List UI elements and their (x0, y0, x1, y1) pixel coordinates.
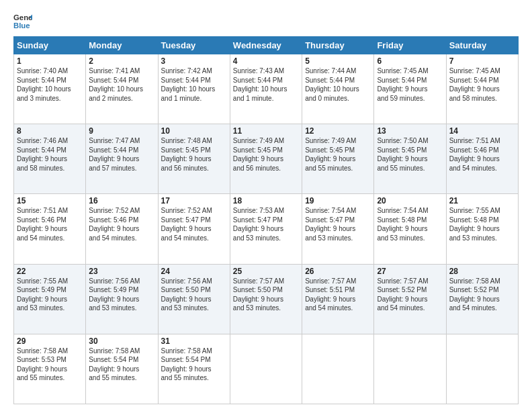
calendar-day-cell: 17Sunrise: 7:52 AMSunset: 5:47 PMDayligh… (158, 194, 230, 264)
day-info: Sunrise: 7:55 AMSunset: 5:49 PMDaylight:… (17, 277, 68, 312)
calendar-day-cell: 29Sunrise: 7:58 AMSunset: 5:53 PMDayligh… (14, 334, 86, 404)
day-info: Sunrise: 7:49 AMSunset: 5:45 PMDaylight:… (305, 137, 356, 172)
day-number: 12 (305, 126, 371, 136)
day-number: 30 (89, 336, 154, 346)
logo: General Blue (13, 12, 32, 31)
calendar-day-cell: 26Sunrise: 7:57 AMSunset: 5:51 PMDayligh… (302, 264, 374, 334)
day-number: 21 (449, 196, 515, 205)
calendar-body: 1Sunrise: 7:40 AMSunset: 5:44 PMDaylight… (14, 54, 519, 404)
weekday-header-cell: Saturday (446, 37, 518, 54)
day-info: Sunrise: 7:44 AMSunset: 5:44 PMDaylight:… (305, 67, 359, 102)
day-info: Sunrise: 7:55 AMSunset: 5:48 PMDaylight:… (449, 207, 500, 242)
day-number: 20 (377, 196, 443, 205)
calendar-day-cell: 25Sunrise: 7:57 AMSunset: 5:50 PMDayligh… (230, 264, 302, 334)
calendar-day-cell: 18Sunrise: 7:53 AMSunset: 5:47 PMDayligh… (230, 194, 302, 264)
day-number: 8 (17, 126, 83, 136)
calendar-week-row: 8Sunrise: 7:46 AMSunset: 5:44 PMDaylight… (14, 124, 519, 194)
calendar-day-cell: 13Sunrise: 7:50 AMSunset: 5:45 PMDayligh… (374, 124, 446, 194)
day-info: Sunrise: 7:53 AMSunset: 5:47 PMDaylight:… (233, 207, 284, 242)
day-info: Sunrise: 7:43 AMSunset: 5:44 PMDaylight:… (233, 67, 287, 102)
day-number: 11 (233, 126, 299, 136)
day-info: Sunrise: 7:41 AMSunset: 5:44 PMDaylight:… (89, 67, 143, 102)
calendar-week-row: 22Sunrise: 7:55 AMSunset: 5:49 PMDayligh… (14, 264, 519, 334)
weekday-header-cell: Sunday (14, 37, 86, 54)
calendar-day-cell: 16Sunrise: 7:52 AMSunset: 5:46 PMDayligh… (86, 194, 158, 264)
day-number: 24 (161, 267, 227, 276)
day-number: 19 (305, 196, 371, 205)
calendar-day-cell: 9Sunrise: 7:47 AMSunset: 5:44 PMDaylight… (86, 124, 158, 194)
calendar-day-cell (302, 334, 374, 404)
day-number: 1 (17, 56, 83, 66)
day-number: 18 (233, 196, 299, 205)
day-info: Sunrise: 7:58 AMSunset: 5:53 PMDaylight:… (17, 347, 68, 382)
day-info: Sunrise: 7:48 AMSunset: 5:45 PMDaylight:… (161, 137, 212, 172)
day-number: 29 (17, 336, 83, 346)
calendar-day-cell: 28Sunrise: 7:58 AMSunset: 5:52 PMDayligh… (446, 264, 518, 334)
calendar-day-cell: 30Sunrise: 7:58 AMSunset: 5:54 PMDayligh… (86, 334, 158, 404)
day-number: 17 (161, 196, 227, 205)
calendar-day-cell: 12Sunrise: 7:49 AMSunset: 5:45 PMDayligh… (302, 124, 374, 194)
calendar-day-cell: 11Sunrise: 7:49 AMSunset: 5:45 PMDayligh… (230, 124, 302, 194)
day-info: Sunrise: 7:45 AMSunset: 5:44 PMDaylight:… (449, 67, 500, 102)
svg-text:Blue: Blue (13, 21, 30, 30)
page: General Blue SundayMondayTuesdayWednesda… (0, 0, 532, 411)
weekday-header-cell: Thursday (302, 37, 374, 54)
day-number: 28 (449, 267, 515, 276)
day-info: Sunrise: 7:51 AMSunset: 5:46 PMDaylight:… (449, 137, 500, 172)
calendar-day-cell: 4Sunrise: 7:43 AMSunset: 5:44 PMDaylight… (230, 54, 302, 124)
day-info: Sunrise: 7:54 AMSunset: 5:47 PMDaylight:… (305, 207, 356, 242)
day-info: Sunrise: 7:58 AMSunset: 5:52 PMDaylight:… (449, 277, 500, 312)
weekday-header-cell: Wednesday (230, 37, 302, 54)
day-number: 23 (89, 267, 154, 276)
day-info: Sunrise: 7:56 AMSunset: 5:50 PMDaylight:… (161, 277, 212, 312)
day-number: 13 (377, 126, 443, 136)
day-number: 27 (377, 267, 443, 276)
calendar-day-cell: 1Sunrise: 7:40 AMSunset: 5:44 PMDaylight… (14, 54, 86, 124)
day-number: 26 (305, 267, 371, 276)
weekday-header-cell: Monday (86, 37, 158, 54)
day-info: Sunrise: 7:56 AMSunset: 5:49 PMDaylight:… (89, 277, 140, 312)
calendar-day-cell: 24Sunrise: 7:56 AMSunset: 5:50 PMDayligh… (158, 264, 230, 334)
weekday-header-cell: Tuesday (158, 37, 230, 54)
day-info: Sunrise: 7:52 AMSunset: 5:46 PMDaylight:… (89, 207, 140, 242)
day-info: Sunrise: 7:49 AMSunset: 5:45 PMDaylight:… (233, 137, 284, 172)
day-number: 6 (377, 56, 443, 66)
day-info: Sunrise: 7:42 AMSunset: 5:44 PMDaylight:… (161, 67, 216, 102)
calendar-day-cell: 20Sunrise: 7:54 AMSunset: 5:48 PMDayligh… (374, 194, 446, 264)
day-number: 5 (305, 56, 371, 66)
day-info: Sunrise: 7:46 AMSunset: 5:44 PMDaylight:… (17, 137, 68, 172)
day-number: 14 (449, 126, 515, 136)
day-number: 31 (161, 336, 227, 346)
day-info: Sunrise: 7:58 AMSunset: 5:54 PMDaylight:… (89, 347, 140, 382)
day-info: Sunrise: 7:40 AMSunset: 5:44 PMDaylight:… (17, 67, 71, 102)
day-number: 4 (233, 56, 299, 66)
day-info: Sunrise: 7:54 AMSunset: 5:48 PMDaylight:… (377, 207, 428, 242)
day-info: Sunrise: 7:57 AMSunset: 5:52 PMDaylight:… (377, 277, 428, 312)
day-number: 16 (89, 196, 154, 205)
day-info: Sunrise: 7:51 AMSunset: 5:46 PMDaylight:… (17, 207, 68, 242)
header: General Blue (13, 12, 519, 31)
calendar-week-row: 29Sunrise: 7:58 AMSunset: 5:53 PMDayligh… (14, 334, 519, 404)
calendar-day-cell: 10Sunrise: 7:48 AMSunset: 5:45 PMDayligh… (158, 124, 230, 194)
svg-text:General: General (13, 13, 32, 21)
calendar-day-cell (374, 334, 446, 404)
day-info: Sunrise: 7:50 AMSunset: 5:45 PMDaylight:… (377, 137, 428, 172)
day-info: Sunrise: 7:57 AMSunset: 5:50 PMDaylight:… (233, 277, 284, 312)
day-number: 3 (161, 56, 227, 66)
day-number: 7 (449, 56, 515, 66)
weekday-header-row: SundayMondayTuesdayWednesdayThursdayFrid… (14, 37, 519, 54)
calendar-day-cell (230, 334, 302, 404)
calendar-week-row: 1Sunrise: 7:40 AMSunset: 5:44 PMDaylight… (14, 54, 519, 124)
calendar-day-cell: 14Sunrise: 7:51 AMSunset: 5:46 PMDayligh… (446, 124, 518, 194)
calendar-day-cell: 8Sunrise: 7:46 AMSunset: 5:44 PMDaylight… (14, 124, 86, 194)
calendar-day-cell: 27Sunrise: 7:57 AMSunset: 5:52 PMDayligh… (374, 264, 446, 334)
day-info: Sunrise: 7:47 AMSunset: 5:44 PMDaylight:… (89, 137, 140, 172)
calendar-week-row: 15Sunrise: 7:51 AMSunset: 5:46 PMDayligh… (14, 194, 519, 264)
day-info: Sunrise: 7:45 AMSunset: 5:44 PMDaylight:… (377, 67, 428, 102)
calendar-day-cell: 5Sunrise: 7:44 AMSunset: 5:44 PMDaylight… (302, 54, 374, 124)
calendar-day-cell: 2Sunrise: 7:41 AMSunset: 5:44 PMDaylight… (86, 54, 158, 124)
calendar-day-cell: 15Sunrise: 7:51 AMSunset: 5:46 PMDayligh… (14, 194, 86, 264)
calendar-day-cell: 3Sunrise: 7:42 AMSunset: 5:44 PMDaylight… (158, 54, 230, 124)
calendar-day-cell: 19Sunrise: 7:54 AMSunset: 5:47 PMDayligh… (302, 194, 374, 264)
calendar-day-cell: 21Sunrise: 7:55 AMSunset: 5:48 PMDayligh… (446, 194, 518, 264)
